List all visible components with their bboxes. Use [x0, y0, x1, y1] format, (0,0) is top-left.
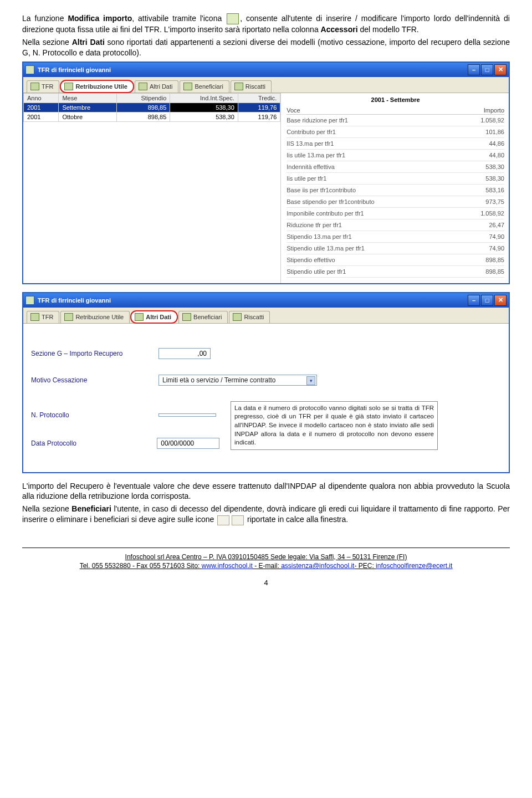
tab-tfr[interactable]: TFR	[27, 311, 59, 323]
cell-focused: 538,30	[170, 103, 238, 112]
tab-riscatti[interactable]: Riscatti	[231, 80, 272, 93]
tab-riscatti[interactable]: Riscatti	[229, 311, 270, 323]
titlebar: TFR di firrincieli giovanni – □ ✕	[23, 63, 509, 77]
detail-row: Iis utile 13.ma per tfr144,80	[287, 150, 504, 161]
tab-label: TFR	[42, 83, 53, 90]
minimize-button[interactable]: –	[468, 64, 480, 75]
minimize-button[interactable]: –	[468, 295, 480, 306]
paragraph-altri-dati: Nella sezione Altri Dati sono riportati …	[22, 37, 510, 58]
detail-importo: 538,30	[471, 175, 504, 182]
detail-row: Stipendio effettivo898,85	[287, 254, 504, 266]
detail-voce: Riduzione tfr per tfr1	[287, 222, 471, 228]
detail-importo: 898,85	[471, 268, 504, 275]
detail-importo: 898,85	[471, 257, 504, 263]
tab-label: Riscatti	[244, 314, 264, 320]
detail-importo: 973,75	[471, 198, 504, 205]
tab-tfr[interactable]: TFR	[27, 80, 59, 93]
text-bold: Accessori	[321, 25, 358, 34]
tab-label: Altri Dati	[150, 83, 173, 90]
input-data-protocollo[interactable]: 00/00/0000	[157, 438, 219, 449]
text: Nella sezione	[22, 504, 71, 513]
page-footer: Infoschool srl Area Centro – P. IVA 0391…	[22, 553, 510, 571]
label-n-protocollo: N. Protocollo	[31, 411, 158, 419]
detail-voce: Stipendio utile per tfr1	[287, 268, 471, 275]
cell: 119,76	[238, 103, 280, 112]
label-motivo-cessazione: Motivo Cessazione	[31, 376, 158, 384]
detail-importo: 74,90	[471, 233, 504, 240]
tab-label: Riscatti	[245, 83, 265, 90]
text-bold: Beneficiari	[71, 504, 111, 513]
detail-voce: Iis utile per tfr1	[287, 175, 471, 182]
tab-icon	[135, 313, 144, 321]
text-bold: Altri Dati	[72, 38, 105, 47]
footer-separator	[22, 548, 510, 548]
tab-label: TFR	[42, 314, 53, 320]
window-retribuzione-utile: TFR di firrincieli giovanni – □ ✕ TFR Re…	[22, 62, 510, 284]
cell: 2001	[24, 103, 59, 112]
maximize-button[interactable]: □	[481, 64, 493, 75]
detail-voce: Base riduzione per tfr1	[287, 117, 471, 124]
tabbar: TFR Retribuzione Utile Altri Dati Benefi…	[23, 308, 509, 324]
titlebar: TFR di firrincieli giovanni – □ ✕	[23, 293, 509, 308]
window-title: TFR di firrincieli giovanni	[38, 66, 111, 73]
text: riportate in calce alla finestra.	[245, 515, 348, 524]
table-row[interactable]: 2001 Ottobre 898,85 538,30 119,76	[24, 112, 280, 121]
window-title: TFR di firrincieli giovanni	[38, 297, 111, 304]
footer-address: Infoschool srl Area Centro – P. IVA 0391…	[125, 553, 407, 561]
select-motivo-cessazione[interactable]: Limiti età o servizio / Termine contratt…	[158, 375, 317, 386]
tab-retribuzione-utile[interactable]: Retribuzione Utile	[60, 311, 130, 323]
cell: 538,30	[170, 112, 238, 121]
chevron-down-icon: ▾	[306, 376, 315, 385]
tab-altri-dati[interactable]: Altri Dati	[135, 80, 179, 93]
tab-altri-dati[interactable]: Altri Dati	[131, 311, 177, 323]
cell: Settembre	[59, 103, 116, 112]
detail-voce: Indennità effettiva	[287, 163, 471, 170]
input-importo-recupero[interactable]: ,00	[158, 348, 211, 359]
maximize-button[interactable]: □	[481, 295, 493, 306]
tab-beneficiari[interactable]: Beneficiari	[180, 80, 229, 93]
tab-retribuzione-utile[interactable]: Retribuzione Utile	[60, 80, 134, 93]
col-indintspec[interactable]: Ind.Int.Spec.	[170, 93, 238, 103]
col-stipendio[interactable]: Stipendio	[116, 93, 170, 103]
cell: 2001	[24, 112, 59, 121]
close-button[interactable]: ✕	[494, 295, 507, 306]
left-pane-grid: Anno Mese Stipendio Ind.Int.Spec. Tredic…	[23, 93, 280, 283]
tab-label: Altri Dati	[146, 314, 171, 320]
detail-importo: 74,90	[471, 245, 504, 252]
table-row[interactable]: 2001 Settembre 898,85 538,30 119,76	[24, 103, 280, 112]
text: La funzione	[22, 14, 68, 23]
app-icon	[25, 65, 34, 74]
footer-site-link[interactable]: www.infoschool.it	[202, 562, 253, 570]
footer-email-link[interactable]: assistenza@infoschool.it	[281, 562, 354, 570]
tab-label: Retribuzione Utile	[75, 83, 127, 90]
detail-row: Base stipendio per tfr1contributo973,75	[287, 196, 504, 208]
col-anno[interactable]: Anno	[24, 93, 59, 103]
detail-row: Indennità effettiva538,30	[287, 161, 504, 173]
detail-voce: Base iis per tfr1contributo	[287, 187, 471, 193]
close-button[interactable]: ✕	[494, 64, 507, 75]
cell: 898,85	[116, 103, 170, 112]
right-pane-detail: 2001 - Settembre Voce Importo Base riduz…	[280, 93, 509, 283]
detail-importo: 1.058,92	[471, 117, 504, 124]
paragraph-modifica-importo: La funzione Modifica importo, attivabile…	[22, 13, 510, 35]
detail-row: Contributo per tfr1101,86	[287, 126, 504, 138]
text: - PEC:	[354, 562, 376, 570]
detail-voce: IIS 13.ma per tfr1	[287, 140, 471, 147]
detail-importo: 538,30	[471, 163, 504, 170]
text: , attivabile tramite l'icona	[132, 14, 226, 23]
text: - E-mail:	[253, 562, 281, 570]
footer-pec-link[interactable]: infoschoolfirenze@ecert.it	[376, 562, 452, 570]
add-beneficiary-icon	[217, 515, 229, 525]
col-tredic[interactable]: Tredic.	[238, 93, 280, 103]
detail-row: Stipendio utile per tfr1898,85	[287, 266, 504, 278]
retribuzione-grid[interactable]: Anno Mese Stipendio Ind.Int.Spec. Tredic…	[23, 93, 280, 122]
col-voce: Voce	[287, 107, 483, 114]
tab-beneficiari[interactable]: Beneficiari	[178, 311, 228, 323]
tab-label: Beneficiari	[193, 314, 222, 320]
detail-importo: 26,47	[471, 222, 504, 228]
input-n-protocollo[interactable]	[158, 413, 216, 417]
detail-row: IIS 13.ma per tfr144,86	[287, 138, 504, 150]
text: Nella sezione	[22, 38, 72, 47]
col-mese[interactable]: Mese	[59, 93, 116, 103]
detail-header: Voce Importo	[287, 106, 504, 115]
